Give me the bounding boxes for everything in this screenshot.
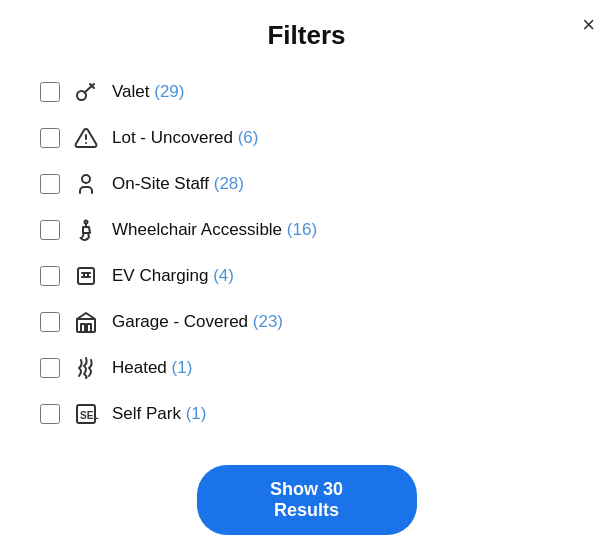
filter-item-valet[interactable]: Valet (29) xyxy=(40,69,573,115)
filter-item-lot-uncovered[interactable]: Lot - Uncovered (6) xyxy=(40,115,573,161)
filter-label-on-site-staff: On-Site Staff (28) xyxy=(112,174,244,194)
person-icon xyxy=(72,170,100,198)
close-button[interactable]: × xyxy=(582,14,595,36)
show-results-button[interactable]: Show 30 Results xyxy=(197,465,417,535)
wheelchair-icon xyxy=(72,216,100,244)
filter-label-lot-uncovered: Lot - Uncovered (6) xyxy=(112,128,258,148)
filter-item-heated[interactable]: Heated (1) xyxy=(40,345,573,391)
filter-count-wheelchair: (16) xyxy=(287,220,317,239)
triangle-warning-icon xyxy=(72,124,100,152)
ev-charging-icon xyxy=(72,262,100,290)
filter-label-wheelchair: Wheelchair Accessible (16) xyxy=(112,220,317,240)
heated-icon xyxy=(72,354,100,382)
svg-rect-13 xyxy=(87,324,91,332)
filter-label-valet: Valet (29) xyxy=(112,82,184,102)
checkbox-heated[interactable] xyxy=(40,358,60,378)
svg-point-3 xyxy=(82,175,90,183)
checkbox-wheelchair[interactable] xyxy=(40,220,60,240)
filter-label-ev-charging: EV Charging (4) xyxy=(112,266,234,286)
self-park-icon: SELF xyxy=(72,400,100,428)
checkbox-garage-covered[interactable] xyxy=(40,312,60,332)
checkbox-self-park[interactable] xyxy=(40,404,60,424)
filter-list: Valet (29) Lot - Uncovered (6) xyxy=(40,69,573,437)
filter-item-on-site-staff[interactable]: On-Site Staff (28) xyxy=(40,161,573,207)
svg-rect-12 xyxy=(81,324,85,332)
svg-text:SELF: SELF xyxy=(80,410,98,421)
filter-count-valet: (29) xyxy=(154,82,184,101)
filter-label-heated: Heated (1) xyxy=(112,358,192,378)
filter-count-on-site-staff: (28) xyxy=(214,174,244,193)
filter-label-garage-covered: Garage - Covered (23) xyxy=(112,312,283,332)
filter-item-ev-charging[interactable]: EV Charging (4) xyxy=(40,253,573,299)
filter-count-heated: (1) xyxy=(172,358,193,377)
filter-count-self-park: (1) xyxy=(186,404,207,423)
filter-count-garage-covered: (23) xyxy=(253,312,283,331)
key-icon xyxy=(72,78,100,106)
filter-label-self-park: Self Park (1) xyxy=(112,404,206,424)
filter-item-garage-covered[interactable]: Garage - Covered (23) xyxy=(40,299,573,345)
filter-item-wheelchair[interactable]: Wheelchair Accessible (16) xyxy=(40,207,573,253)
checkbox-ev-charging[interactable] xyxy=(40,266,60,286)
checkbox-on-site-staff[interactable] xyxy=(40,174,60,194)
modal-title: Filters xyxy=(267,20,345,51)
filter-item-self-park[interactable]: SELF Self Park (1) xyxy=(40,391,573,437)
filter-count-lot-uncovered: (6) xyxy=(238,128,259,147)
checkbox-valet[interactable] xyxy=(40,82,60,102)
garage-icon xyxy=(72,308,100,336)
filter-modal: × Filters Valet (29) xyxy=(0,0,613,550)
checkbox-lot-uncovered[interactable] xyxy=(40,128,60,148)
filter-count-ev-charging: (4) xyxy=(213,266,234,285)
